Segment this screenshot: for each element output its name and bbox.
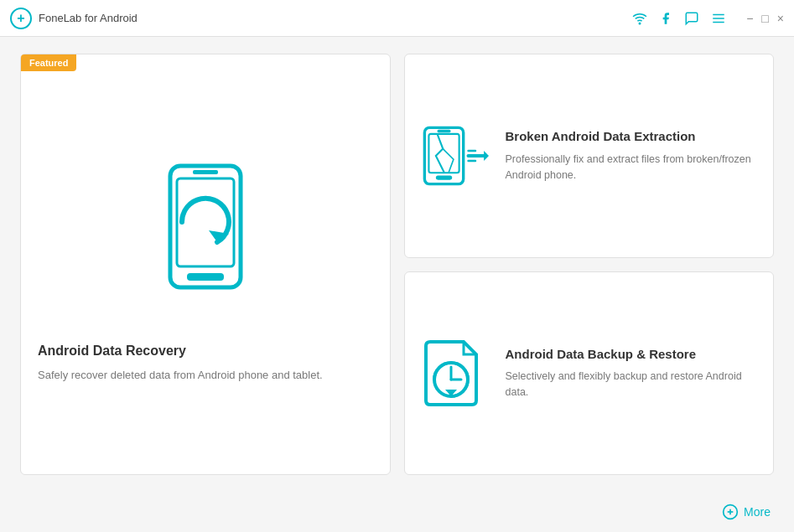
backup-restore-text: Android Data Backup & Restore Selectivel… [506, 346, 757, 400]
broken-extraction-desc: Professionally fix and extract files fro… [506, 152, 757, 183]
wifi-icon[interactable] [632, 11, 647, 26]
broken-extraction-title: Broken Android Data Extraction [506, 128, 757, 145]
app-title: FoneLab for Android [39, 12, 138, 24]
chat-icon[interactable] [684, 11, 699, 26]
broken-android-icon [422, 118, 489, 194]
title-bar-left: + FoneLab for Android [10, 8, 138, 29]
backup-restore-icon [422, 338, 489, 409]
android-recovery-icon [138, 153, 272, 317]
svg-rect-13 [437, 130, 450, 132]
broken-extraction-icon-area [422, 118, 489, 194]
backup-restore-card[interactable]: Android Data Backup & Restore Selectivel… [404, 271, 775, 476]
android-recovery-title: Android Data Recovery [38, 343, 186, 359]
title-bar: + FoneLab for Android − □ × [0, 0, 794, 37]
app-logo-icon: + [10, 8, 32, 29]
more-circle-icon [722, 504, 739, 520]
more-label: More [744, 505, 771, 519]
svg-rect-9 [193, 170, 218, 174]
svg-text:+: + [17, 11, 24, 25]
recovery-icon-area [138, 153, 272, 320]
maximize-button[interactable]: □ [761, 12, 768, 25]
title-bar-right: − □ × [632, 11, 784, 26]
featured-badge: Featured [21, 54, 76, 71]
svg-point-2 [639, 23, 641, 24]
backup-restore-desc: Selectively and flexibly backup and rest… [506, 369, 757, 400]
svg-rect-12 [428, 134, 459, 173]
main-content: Featured Android Data [0, 37, 794, 492]
backup-restore-icon-area [422, 338, 489, 409]
minimize-button[interactable]: − [746, 12, 753, 25]
svg-rect-14 [435, 175, 451, 179]
menu-icon[interactable] [711, 11, 726, 26]
android-recovery-card[interactable]: Featured Android Data [20, 54, 391, 475]
svg-rect-8 [187, 273, 224, 281]
svg-marker-16 [484, 151, 489, 161]
footer: More [0, 492, 794, 532]
svg-rect-7 [177, 178, 234, 266]
facebook-icon[interactable] [659, 11, 672, 26]
backup-restore-title: Android Data Backup & Restore [506, 346, 757, 363]
more-button[interactable]: More [722, 504, 771, 520]
broken-extraction-card[interactable]: Broken Android Data Extraction Professio… [404, 54, 775, 258]
window-controls[interactable]: − □ × [746, 12, 784, 25]
close-button[interactable]: × [777, 12, 784, 25]
broken-extraction-text: Broken Android Data Extraction Professio… [506, 128, 757, 183]
android-recovery-desc: Safely recover deleted data from Android… [38, 367, 323, 384]
